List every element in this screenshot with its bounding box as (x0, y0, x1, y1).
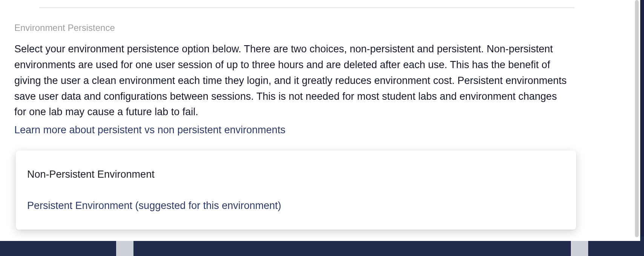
section-label-environment-persistence: Environment Persistence (14, 23, 115, 33)
section-divider (39, 8, 575, 8)
modal-scrollbar[interactable] (635, 0, 639, 237)
option-persistent[interactable]: Persistent Environment (suggested for th… (16, 193, 576, 218)
learn-more-link[interactable]: Learn more about persistent vs non persi… (14, 124, 285, 136)
section-description: Select your environment persistence opti… (14, 41, 570, 120)
environment-persistence-panel: Environment Persistence Select your envi… (0, 0, 640, 241)
persistence-options-menu: Non-Persistent Environment Persistent En… (16, 151, 576, 230)
option-non-persistent[interactable]: Non-Persistent Environment (16, 162, 576, 187)
